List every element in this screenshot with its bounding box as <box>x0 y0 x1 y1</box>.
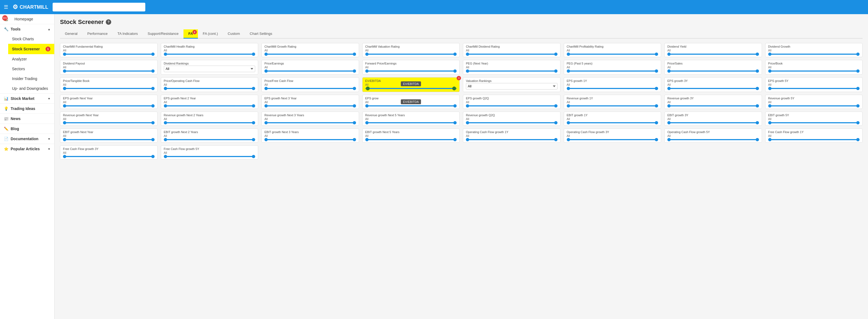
slider-thumb-left[interactable] <box>668 69 671 73</box>
slider-thumb-right[interactable] <box>252 138 255 141</box>
slider-thumb-left[interactable] <box>164 155 167 158</box>
slider-thumb-right[interactable] <box>554 121 557 125</box>
slider-thumb-right[interactable] <box>655 52 658 56</box>
slider-thumb-left[interactable] <box>567 121 570 125</box>
slider-thumb-right[interactable] <box>353 138 356 141</box>
slider-thumb-left[interactable] <box>265 104 268 108</box>
tab-chart-settings[interactable]: Chart Settings <box>245 29 277 39</box>
sidebar-blog-section[interactable]: ✏️ Blog <box>0 123 54 134</box>
slider-thumb-right[interactable] <box>252 121 255 125</box>
sidebar-news-section[interactable]: 📰 News <box>0 113 54 123</box>
slider-thumb-left[interactable] <box>668 121 671 125</box>
slider-thumb-right[interactable] <box>554 52 557 56</box>
slider-thumb-left[interactable] <box>164 104 167 108</box>
valuation-rankings-select[interactable]: All Undervalued Fair Value Overvalued <box>466 83 557 90</box>
slider-thumb-right[interactable] <box>856 104 860 108</box>
slider-thumb-right[interactable] <box>452 86 456 91</box>
slider-thumb-right[interactable] <box>151 52 155 56</box>
tab-ta-indicators[interactable]: TA Indicators <box>113 29 143 39</box>
slider-thumb-left[interactable] <box>365 138 369 141</box>
slider-thumb-right[interactable] <box>856 121 860 125</box>
slider-thumb-right[interactable] <box>252 104 255 108</box>
slider-thumb-right[interactable] <box>453 104 457 108</box>
sidebar-item-stock-screener[interactable]: Stock Screener 1 <box>8 44 54 54</box>
slider-thumb-right[interactable] <box>554 104 557 108</box>
slider-thumb-right[interactable] <box>856 69 860 73</box>
slider-thumb-right[interactable] <box>353 121 356 125</box>
slider-thumb-right[interactable] <box>655 138 658 141</box>
slider-thumb-right[interactable] <box>756 121 759 125</box>
tab-fa-cont[interactable]: FA (cont.) <box>198 29 223 39</box>
tab-fa[interactable]: FA 2 <box>183 29 198 39</box>
tab-custom[interactable]: Custom <box>223 29 245 39</box>
slider-thumb-left[interactable] <box>365 69 369 73</box>
slider-thumb-right[interactable] <box>756 52 759 56</box>
slider-thumb-right[interactable] <box>252 52 255 56</box>
help-icon[interactable]: ? <box>106 19 111 25</box>
slider-thumb-right[interactable] <box>151 87 155 90</box>
menu-icon[interactable]: ☰ <box>4 4 8 10</box>
slider-thumb-right[interactable] <box>453 69 457 73</box>
slider-thumb-left[interactable] <box>768 121 772 125</box>
slider-thumb-right[interactable] <box>655 104 658 108</box>
slider-thumb-left[interactable] <box>63 87 66 90</box>
dividend-rankings-select[interactable]: All Dividend Aristocrats Dividend Kings <box>164 66 255 72</box>
slider-thumb-left[interactable] <box>63 138 66 141</box>
slider-thumb-left[interactable] <box>466 104 469 108</box>
tab-performance[interactable]: Performance <box>82 29 112 39</box>
slider-thumb-right[interactable] <box>856 87 860 90</box>
sidebar-item-sectors[interactable]: Sectors <box>8 64 54 74</box>
slider-thumb-left[interactable] <box>164 138 167 141</box>
slider-thumb-left[interactable] <box>63 69 66 73</box>
slider-thumb-left[interactable] <box>668 52 671 56</box>
slider-thumb-right[interactable] <box>151 104 155 108</box>
slider-thumb-left[interactable] <box>466 69 469 73</box>
slider-thumb-left[interactable] <box>265 87 268 90</box>
slider-thumb-left[interactable] <box>63 155 66 158</box>
sidebar-stock-market-section[interactable]: 📊 Stock Market ▼ <box>0 93 54 103</box>
sidebar-item-stock-charts[interactable]: Stock Charts <box>8 34 54 44</box>
tab-support-resistance[interactable]: Support/Resistance <box>143 29 183 39</box>
slider-thumb-left[interactable] <box>768 104 772 108</box>
sidebar-item-analyzer[interactable]: Analyzer <box>8 54 54 64</box>
slider-thumb-right[interactable] <box>151 121 155 125</box>
slider-thumb-left[interactable] <box>164 87 167 90</box>
slider-thumb-right[interactable] <box>756 87 759 90</box>
slider-thumb-left[interactable] <box>466 52 469 56</box>
slider-thumb-left[interactable] <box>63 121 66 125</box>
slider-thumb-right[interactable] <box>655 87 658 90</box>
slider-thumb-right[interactable] <box>453 52 457 56</box>
slider-thumb-left[interactable] <box>63 52 66 56</box>
slider-thumb-left[interactable] <box>768 52 772 56</box>
slider-thumb-right[interactable] <box>554 138 557 141</box>
sidebar-item-homepage[interactable]: 🏠 591 Homepage <box>0 14 54 24</box>
slider-thumb-left[interactable] <box>366 86 370 91</box>
slider-thumb-left[interactable] <box>567 69 570 73</box>
slider-thumb-left[interactable] <box>768 138 772 141</box>
slider-thumb-right[interactable] <box>151 138 155 141</box>
slider-thumb-left[interactable] <box>164 52 167 56</box>
slider-thumb-right[interactable] <box>353 104 356 108</box>
slider-thumb-left[interactable] <box>365 121 369 125</box>
slider-thumb-left[interactable] <box>365 52 369 56</box>
sidebar-item-up-downgrades[interactable]: Up- and Downgrades <box>8 83 54 93</box>
slider-thumb-right[interactable] <box>453 138 457 141</box>
slider-thumb-right[interactable] <box>353 69 356 73</box>
slider-thumb-left[interactable] <box>567 104 570 108</box>
slider-thumb-right[interactable] <box>655 121 658 125</box>
slider-thumb-left[interactable] <box>768 87 772 90</box>
slider-thumb-right[interactable] <box>151 155 155 158</box>
slider-thumb-right[interactable] <box>856 52 860 56</box>
slider-thumb-right[interactable] <box>655 69 658 73</box>
slider-thumb-left[interactable] <box>265 69 268 73</box>
sidebar-trading-ideas-section[interactable]: 💡 Trading Ideas <box>0 103 54 113</box>
slider-thumb-left[interactable] <box>668 138 671 141</box>
slider-thumb-left[interactable] <box>63 104 66 108</box>
sidebar-documentation-section[interactable]: 📄 Documentation ▼ <box>0 134 54 144</box>
search-input[interactable] <box>53 3 145 11</box>
slider-thumb-left[interactable] <box>466 121 469 125</box>
slider-thumb-left[interactable] <box>265 138 268 141</box>
slider-thumb-right[interactable] <box>756 104 759 108</box>
slider-thumb-right[interactable] <box>856 138 860 141</box>
slider-thumb-right[interactable] <box>756 69 759 73</box>
